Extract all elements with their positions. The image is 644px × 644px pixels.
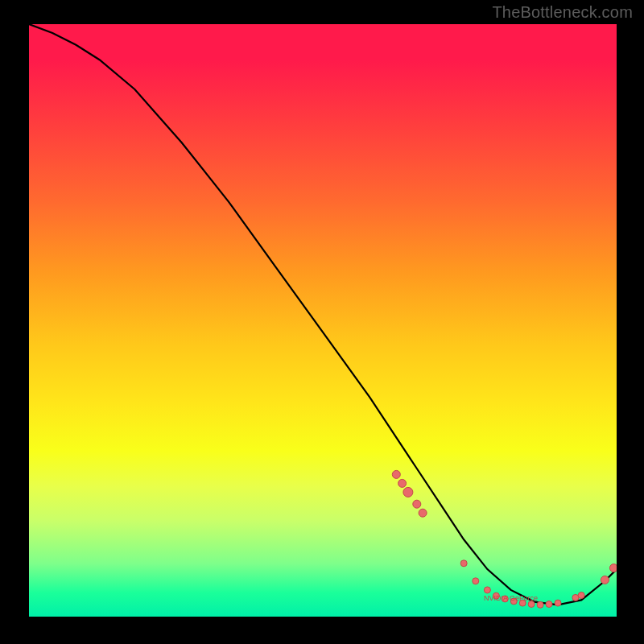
data-marker bbox=[419, 509, 427, 517]
chart-frame: TheBottleneck.com NVIDIA GeForce bbox=[0, 0, 644, 644]
curve-svg: NVIDIA GeForce bbox=[29, 24, 617, 617]
plot-area: NVIDIA GeForce bbox=[29, 24, 617, 617]
data-marker bbox=[537, 601, 543, 608]
data-marker bbox=[555, 600, 561, 606]
data-marker bbox=[460, 560, 467, 567]
data-marker bbox=[546, 601, 552, 608]
data-marker bbox=[601, 576, 609, 584]
data-marker bbox=[398, 479, 407, 487]
data-marker bbox=[403, 487, 413, 497]
watermark-label: TheBottleneck.com bbox=[492, 3, 633, 22]
data-marker bbox=[572, 594, 579, 601]
series-label: NVIDIA GeForce bbox=[484, 594, 538, 602]
marker-group bbox=[392, 470, 617, 608]
data-marker bbox=[473, 578, 479, 584]
data-marker bbox=[484, 587, 490, 593]
data-marker bbox=[609, 564, 617, 572]
data-marker bbox=[392, 470, 400, 478]
data-marker bbox=[413, 500, 421, 508]
bottleneck-curve bbox=[29, 24, 617, 605]
data-marker bbox=[578, 592, 584, 599]
